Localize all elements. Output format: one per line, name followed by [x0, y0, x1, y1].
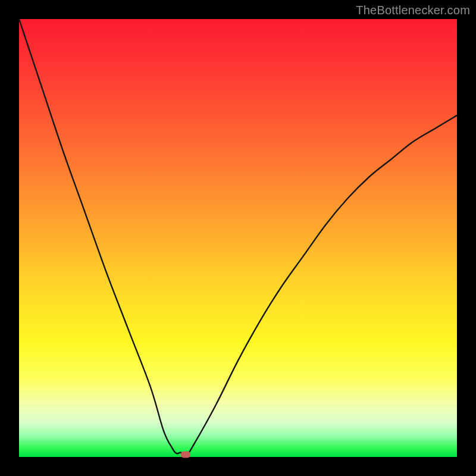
bottleneck-curve	[19, 19, 457, 457]
chart-frame: TheBottlenecker.com	[0, 0, 476, 476]
optimal-point-marker	[181, 451, 190, 458]
plot-area	[19, 19, 457, 457]
watermark-text: TheBottlenecker.com	[356, 4, 470, 17]
curve-svg	[19, 19, 457, 457]
